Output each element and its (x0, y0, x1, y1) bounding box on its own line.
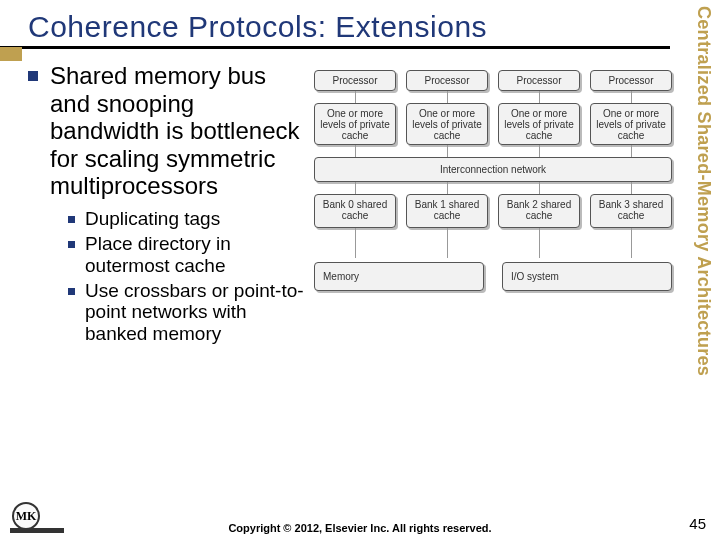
processor-row: Processor Processor Processor Processor (314, 70, 672, 91)
cache-box: One or more levels of private cache (406, 103, 488, 145)
slide-title: Coherence Protocols: Extensions (28, 10, 670, 44)
page-number: 45 (689, 515, 706, 532)
memory-io-row: Memory I/O system (314, 262, 672, 291)
cache-box: One or more levels of private cache (590, 103, 672, 145)
bank-box: Bank 0 shared cache (314, 194, 396, 228)
sublist: Duplicating tags Place directory in oute… (68, 208, 308, 345)
cache-box: One or more levels of private cache (498, 103, 580, 145)
title-bar: Coherence Protocols: Extensions (0, 0, 670, 49)
sub-bullet: Use crossbars or point-to-point networks… (68, 280, 308, 346)
bank-box: Bank 1 shared cache (406, 194, 488, 228)
architecture-diagram: Processor Processor Processor Processor … (314, 70, 672, 291)
sub-bullet-text: Use crossbars or point-to-point networks… (85, 280, 308, 346)
sub-bullet: Duplicating tags (68, 208, 308, 230)
square-bullet-icon (28, 71, 38, 81)
title-accent (0, 47, 22, 61)
processor-box: Processor (498, 70, 580, 91)
sub-bullet-text: Place directory in outermost cache (85, 233, 308, 277)
bullet-main-text: Shared memory bus and snooping bandwidth… (50, 62, 308, 200)
bullet-main: Shared memory bus and snooping bandwidth… (28, 62, 308, 200)
interconnect-box: Interconnection network (314, 157, 672, 182)
bank-row: Bank 0 shared cache Bank 1 shared cache … (314, 194, 672, 228)
cache-box: One or more levels of private cache (314, 103, 396, 145)
memory-box: Memory (314, 262, 484, 291)
sub-bullet-text: Duplicating tags (85, 208, 220, 230)
bank-box: Bank 3 shared cache (590, 194, 672, 228)
bank-box: Bank 2 shared cache (498, 194, 580, 228)
io-box: I/O system (502, 262, 672, 291)
content-area: Shared memory bus and snooping bandwidth… (28, 62, 308, 348)
square-bullet-icon (68, 216, 75, 223)
processor-box: Processor (314, 70, 396, 91)
processor-box: Processor (406, 70, 488, 91)
cache-row: One or more levels of private cache One … (314, 103, 672, 145)
copyright-footer: Copyright © 2012, Elsevier Inc. All righ… (0, 522, 720, 534)
processor-box: Processor (590, 70, 672, 91)
sub-bullet: Place directory in outermost cache (68, 233, 308, 277)
square-bullet-icon (68, 288, 75, 295)
section-label: Centralized Shared-Memory Architectures (682, 6, 714, 506)
square-bullet-icon (68, 241, 75, 248)
